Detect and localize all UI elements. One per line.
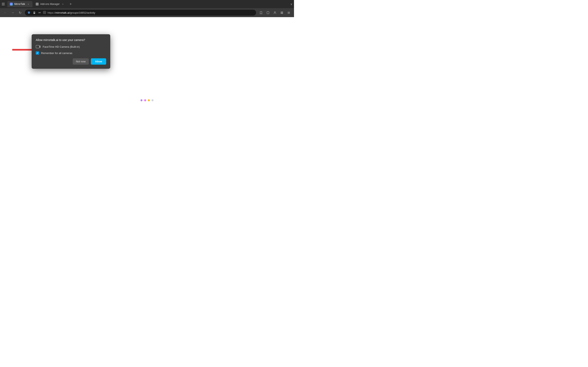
svg-rect-14 <box>282 13 283 14</box>
addons-favicon <box>36 3 39 6</box>
svg-rect-8 <box>44 12 45 13</box>
loading-dot-1 <box>140 99 143 101</box>
reload-button[interactable]: ↻ <box>17 10 23 16</box>
remember-label: Remember for all cameras <box>41 52 72 55</box>
page-icon <box>43 11 46 15</box>
not-now-button[interactable]: Not now <box>73 58 89 65</box>
svg-rect-12 <box>282 12 283 13</box>
pocket-button[interactable] <box>265 10 271 16</box>
svg-rect-1 <box>2 4 5 4</box>
svg-rect-0 <box>2 3 5 3</box>
shield-icon <box>27 11 31 15</box>
svg-rect-11 <box>281 12 282 13</box>
back-button[interactable]: ← <box>2 10 8 16</box>
tab-addons-close[interactable]: × <box>61 2 65 6</box>
toolbar: ← → ↻ <box>0 8 294 17</box>
toolbar-right <box>258 10 292 16</box>
tab-bar: MirrorTalk × Add-ons Manager × + ∨ <box>0 0 294 8</box>
loading-dot-3 <box>148 99 150 101</box>
svg-rect-13 <box>281 13 282 14</box>
extensions-button[interactable] <box>279 10 285 16</box>
address-bar[interactable]: https://mirrortalk.ai/groups/16652/activ… <box>25 9 256 16</box>
svg-point-10 <box>274 12 276 13</box>
loading-dot-4 <box>151 99 154 101</box>
tab-bar-right: ∨ <box>290 2 292 6</box>
tab-mirrortalk-close[interactable]: × <box>27 2 30 6</box>
browser-menu-icon[interactable] <box>2 2 5 6</box>
svg-rect-9 <box>267 12 269 14</box>
address-bar-wrapper: https://mirrortalk.ai/groups/16652/activ… <box>25 9 256 16</box>
loading-dot-2 <box>144 99 146 101</box>
mirrortalk-favicon <box>10 3 13 6</box>
lock-icon <box>33 11 36 15</box>
tab-addons[interactable]: Add-ons Manager × <box>33 1 67 7</box>
camera-option: FaceTime HD Camera (Built-in) <box>36 45 106 49</box>
svg-point-5 <box>40 12 41 13</box>
split-icon <box>38 11 42 15</box>
permission-popup: Allow mirrortalk.ai to use your camera? … <box>32 34 110 69</box>
tab-mirrortalk[interactable]: MirrorTalk × <box>7 1 33 7</box>
page-content: Allow mirrortalk.ai to use your camera? … <box>0 17 294 184</box>
svg-rect-2 <box>2 5 5 5</box>
permission-buttons: Not now Allow <box>36 58 106 65</box>
tab-addons-title: Add-ons Manager <box>40 3 60 6</box>
tab-mirrortalk-title: MirrorTalk <box>14 3 25 6</box>
tab-bar-left <box>2 2 5 6</box>
address-text: https://mirrortalk.ai/groups/16652/activ… <box>48 11 95 14</box>
loading-dots <box>140 99 154 101</box>
allow-button[interactable]: Allow <box>91 58 106 65</box>
bookmark-button[interactable] <box>258 10 264 16</box>
menu-button[interactable] <box>286 10 292 16</box>
camera-icon <box>36 45 41 49</box>
svg-rect-20 <box>36 45 39 48</box>
permission-title: Allow mirrortalk.ai to use your camera? <box>36 38 106 42</box>
svg-rect-3 <box>34 12 35 14</box>
forward-button[interactable]: → <box>10 10 16 16</box>
remember-checkbox[interactable] <box>36 51 39 55</box>
svg-point-4 <box>39 12 39 13</box>
profile-button[interactable] <box>272 10 278 16</box>
tabs-chevron-icon[interactable]: ∨ <box>290 2 292 6</box>
remember-row: Remember for all cameras <box>36 51 106 55</box>
new-tab-button[interactable]: + <box>68 1 73 7</box>
address-path: /groups/16652/activity <box>69 11 95 14</box>
browser-chrome: MirrorTalk × Add-ons Manager × + ∨ ← → ↻ <box>0 0 294 17</box>
address-domain: mirrortalk.ai <box>56 11 69 14</box>
camera-label: FaceTime HD Camera (Built-in) <box>43 45 80 48</box>
